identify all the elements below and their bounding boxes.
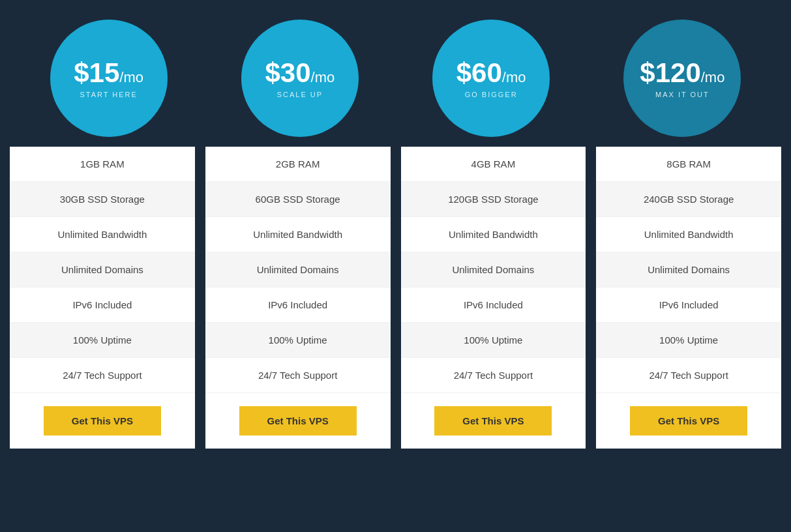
plan-header-2: $60/moGO BIGGER (419, 20, 563, 137)
pricing-wrapper: $15/moSTART HERE$30/moSCALE UP$60/moGO B… (0, 0, 791, 458)
plan-feature-2-1: 120GB SSD Storage (401, 182, 586, 217)
plan-column-0: 1GB RAM30GB SSD StorageUnlimited Bandwid… (10, 147, 195, 449)
price-amount-0: $15/mo (74, 58, 143, 88)
price-label-0: START HERE (80, 91, 137, 98)
price-circle-3: $120/moMAX IT OUT (623, 20, 741, 137)
plan-feature-2-3: Unlimited Domains (401, 252, 586, 288)
plan-feature-2-6: 24/7 Tech Support (401, 358, 586, 393)
price-label-3: MAX IT OUT (655, 91, 709, 98)
plan-header-1: $30/moSCALE UP (228, 20, 372, 137)
plan-feature-3-4: IPv6 Included (596, 288, 781, 323)
plan-cta-0: Get This VPS (10, 393, 195, 449)
plan-column-2: 4GB RAM120GB SSD StorageUnlimited Bandwi… (401, 147, 586, 449)
plan-cta-2: Get This VPS (401, 393, 586, 449)
plan-feature-3-5: 100% Uptime (596, 323, 781, 358)
price-amount-3: $120/mo (640, 58, 724, 88)
plan-header-0: $15/moSTART HERE (37, 20, 181, 137)
price-label-2: GO BIGGER (465, 91, 518, 98)
plan-feature-0-1: 30GB SSD Storage (10, 182, 195, 217)
plan-column-3: 8GB RAM240GB SSD StorageUnlimited Bandwi… (596, 147, 781, 449)
price-label-1: SCALE UP (277, 91, 323, 98)
price-amount-2: $60/mo (456, 58, 526, 88)
plans-grid: 1GB RAM30GB SSD StorageUnlimited Bandwid… (0, 137, 791, 458)
plan-feature-2-2: Unlimited Bandwidth (401, 217, 586, 252)
plan-feature-1-2: Unlimited Bandwidth (205, 217, 391, 252)
pricing-header: $15/moSTART HERE$30/moSCALE UP$60/moGO B… (0, 0, 791, 137)
plan-feature-1-4: IPv6 Included (205, 288, 391, 323)
price-circle-2: $60/moGO BIGGER (432, 20, 550, 137)
plan-feature-3-0: 8GB RAM (596, 147, 781, 182)
plan-feature-0-0: 1GB RAM (10, 147, 195, 182)
plan-feature-0-6: 24/7 Tech Support (10, 358, 195, 393)
plan-feature-2-5: 100% Uptime (401, 323, 586, 358)
plan-feature-1-6: 24/7 Tech Support (205, 358, 391, 393)
plan-feature-3-3: Unlimited Domains (596, 252, 781, 288)
plan-feature-0-5: 100% Uptime (10, 323, 195, 358)
plan-feature-3-6: 24/7 Tech Support (596, 358, 781, 393)
price-circle-1: $30/moSCALE UP (241, 20, 359, 137)
cta-button-2[interactable]: Get This VPS (434, 406, 552, 436)
plan-header-3: $120/moMAX IT OUT (610, 20, 754, 137)
plan-feature-0-2: Unlimited Bandwidth (10, 217, 195, 252)
plan-column-1: 2GB RAM60GB SSD StorageUnlimited Bandwid… (205, 147, 391, 449)
price-amount-1: $30/mo (265, 58, 335, 88)
cta-button-3[interactable]: Get This VPS (630, 406, 747, 436)
plan-feature-2-4: IPv6 Included (401, 288, 586, 323)
cta-button-1[interactable]: Get This VPS (239, 406, 357, 436)
plan-feature-1-1: 60GB SSD Storage (205, 182, 391, 217)
plan-feature-3-2: Unlimited Bandwidth (596, 217, 781, 252)
plan-feature-1-5: 100% Uptime (205, 323, 391, 358)
plan-feature-1-3: Unlimited Domains (205, 252, 391, 288)
plan-feature-3-1: 240GB SSD Storage (596, 182, 781, 217)
plan-feature-0-4: IPv6 Included (10, 288, 195, 323)
plan-cta-3: Get This VPS (596, 393, 781, 449)
plan-feature-1-0: 2GB RAM (205, 147, 391, 182)
price-circle-0: $15/moSTART HERE (50, 20, 168, 137)
plan-feature-2-0: 4GB RAM (401, 147, 586, 182)
plan-cta-1: Get This VPS (205, 393, 391, 449)
cta-button-0[interactable]: Get This VPS (44, 406, 161, 436)
plan-feature-0-3: Unlimited Domains (10, 252, 195, 288)
